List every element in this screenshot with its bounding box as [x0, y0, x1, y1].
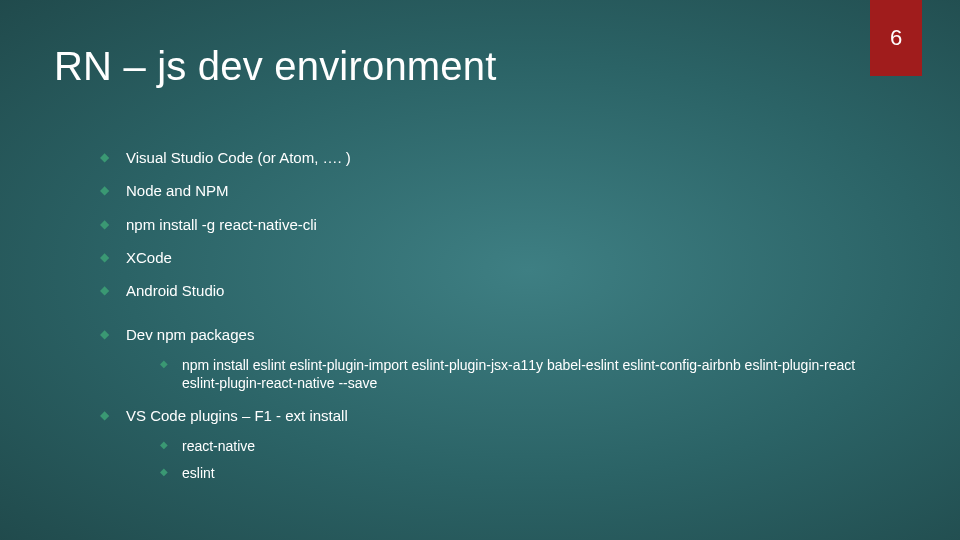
bullet-text: npm install eslint eslint-plugin-import … [182, 356, 882, 394]
bullet-text: XCode [126, 249, 172, 266]
bullet-text: Android Studio [126, 282, 224, 299]
list-item: npm install -g react-native-cli [100, 215, 900, 235]
list-item: Dev npm packages npm install eslint esli… [100, 325, 900, 393]
bullet-text: Node and NPM [126, 182, 229, 199]
bullet-text: react-native [182, 438, 255, 454]
bullet-text: VS Code plugins – F1 - ext install [126, 407, 348, 424]
bullet-text: Dev npm packages [126, 326, 254, 343]
page-number-text: 6 [890, 25, 902, 51]
list-item: Node and NPM [100, 181, 900, 201]
slide-title: RN – js dev environment [54, 44, 497, 89]
sub-bullet-list: npm install eslint eslint-plugin-import … [160, 356, 900, 394]
bullet-text: eslint [182, 465, 215, 481]
list-item: VS Code plugins – F1 - ext install react… [100, 406, 900, 483]
list-item: react-native [160, 437, 900, 456]
slide: 6 RN – js dev environment Visual Studio … [0, 0, 960, 540]
page-number-badge: 6 [870, 0, 922, 76]
slide-content: Visual Studio Code (or Atom, …. ) Node a… [100, 148, 900, 496]
bullet-list: Visual Studio Code (or Atom, …. ) Node a… [100, 148, 900, 483]
sub-bullet-list: react-native eslint [160, 437, 900, 484]
list-item: XCode [100, 248, 900, 268]
list-item: eslint [160, 464, 900, 483]
list-item: npm install eslint eslint-plugin-import … [160, 356, 900, 394]
list-item: Visual Studio Code (or Atom, …. ) [100, 148, 900, 168]
bullet-text: npm install -g react-native-cli [126, 216, 317, 233]
bullet-text: Visual Studio Code (or Atom, …. ) [126, 149, 351, 166]
list-item: Android Studio [100, 281, 900, 301]
